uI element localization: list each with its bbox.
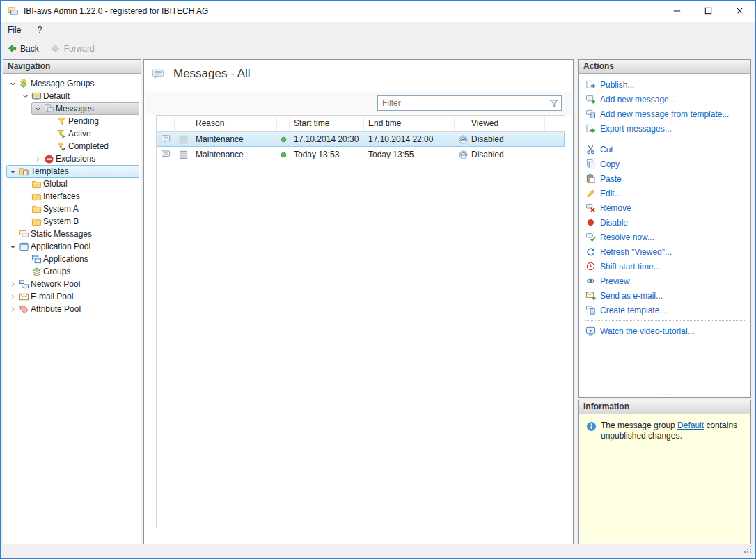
tree-item-messages[interactable]: Messages	[31, 102, 139, 115]
chevron-down-icon[interactable]	[7, 241, 18, 252]
tree-item-exclusions[interactable]: Exclusions	[31, 152, 139, 165]
column-end-time[interactable]: End time	[364, 116, 455, 131]
tree-item-system-b[interactable]: System B	[19, 215, 139, 228]
row-checkbox[interactable]	[175, 132, 191, 147]
actions-separator	[585, 139, 745, 139]
tree-item-groups[interactable]: Groups	[19, 265, 139, 278]
forward-icon	[50, 43, 61, 54]
column-viewed[interactable]: Viewed	[455, 116, 545, 131]
information-message: The message group Default contains unpub…	[601, 420, 743, 441]
action-resolve-now[interactable]: Resolve now...	[579, 230, 750, 244]
tree-item-label: Templates	[29, 166, 69, 176]
message-row[interactable]: Maintenance17.10.2014 20:3017.10.2014 22…	[157, 132, 565, 147]
tree-item-default[interactable]: Default	[19, 90, 139, 102]
tree-item-label: Applications	[42, 254, 88, 264]
chevron-right-icon[interactable]	[7, 304, 18, 315]
clock-icon	[585, 261, 596, 272]
action-disable[interactable]: Disable	[579, 215, 750, 230]
paste-icon	[585, 173, 596, 184]
app-icon	[7, 6, 18, 17]
tree-item-active[interactable]: Active	[44, 127, 139, 140]
minimize-button[interactable]	[661, 1, 693, 21]
maximize-button[interactable]	[693, 1, 724, 21]
tree-item-applications[interactable]: Applications	[19, 253, 139, 265]
action-export-messages[interactable]: Export messages...	[579, 121, 750, 136]
tree-item-label: Exclusions	[54, 154, 95, 164]
menu-file[interactable]: File	[1, 22, 28, 39]
arrow-spacer	[19, 266, 31, 277]
default-group-link[interactable]: Default	[677, 420, 704, 430]
filler-cell	[545, 132, 565, 147]
tree-item-static-messages[interactable]: Static Messages	[6, 228, 139, 240]
chevron-down-icon[interactable]	[7, 78, 18, 89]
close-button[interactable]	[724, 1, 755, 21]
menu-help[interactable]: ?	[31, 22, 49, 39]
action-add-new-message-from-template[interactable]: Add new message from template...	[579, 107, 750, 121]
static-msg-icon	[18, 228, 29, 239]
arrow-spacer	[45, 116, 56, 127]
resize-grip[interactable]	[742, 544, 753, 556]
folder-template-icon	[18, 166, 29, 177]
back-button[interactable]: Back	[3, 42, 45, 56]
tree-item-attribute-pool[interactable]: Attribute Pool	[6, 303, 139, 315]
status-cell	[277, 147, 290, 162]
tree-item-label: Interfaces	[42, 191, 80, 201]
action-copy[interactable]: Copy	[579, 157, 750, 171]
column-checkbox[interactable]	[175, 116, 191, 131]
funnel-done-icon	[56, 141, 67, 152]
action-send-as-email[interactable]: Send as e-mail...	[579, 288, 750, 303]
tree-item-message-groups[interactable]: Message Groups	[6, 77, 139, 90]
action-remove[interactable]: Remove	[579, 200, 750, 215]
action-cut[interactable]: Cut	[579, 142, 750, 157]
message-cell	[157, 132, 175, 147]
action-create-template[interactable]: Create template...	[579, 303, 750, 317]
row-checkbox[interactable]	[175, 147, 191, 162]
msg-row-icon	[160, 149, 171, 160]
column-reason[interactable]: Reason	[191, 116, 277, 131]
eye-icon	[585, 276, 596, 287]
action-label: Watch the video-tutorial...	[600, 326, 695, 336]
chevron-down-icon[interactable]	[7, 166, 18, 177]
chevron-down-icon[interactable]	[19, 90, 31, 102]
filler-cell	[545, 147, 565, 162]
tree-item-email-pool[interactable]: E-mail Pool	[6, 290, 139, 303]
start-time-cell: Today 13:53	[290, 147, 364, 162]
chevron-right-icon[interactable]	[7, 278, 18, 290]
action-publish[interactable]: Publish...	[579, 77, 750, 92]
tree-item-global[interactable]: Global	[19, 178, 139, 190]
tree-item-templates[interactable]: Templates	[6, 165, 139, 178]
viewed-disabled-icon	[457, 134, 468, 145]
tree-item-application-pool[interactable]: Application Pool	[6, 240, 139, 253]
tree-item-system-a[interactable]: System A	[19, 203, 139, 215]
forward-button[interactable]: Forward	[47, 42, 100, 56]
action-watch-video-tutorial[interactable]: Watch the video-tutorial...	[579, 324, 750, 338]
publish-icon	[585, 79, 596, 90]
action-paste[interactable]: Paste	[579, 171, 750, 186]
tree-item-label: Global	[42, 179, 68, 189]
tree-item-network-pool[interactable]: Network Pool	[6, 278, 139, 290]
column-start-time[interactable]: Start time	[290, 116, 364, 131]
column-status[interactable]	[277, 116, 290, 131]
column-message-icon[interactable]	[157, 116, 175, 131]
tree-item-label: Attribute Pool	[29, 304, 81, 314]
action-label: Cut	[600, 145, 613, 155]
chevron-right-icon[interactable]	[32, 153, 43, 164]
filter-input[interactable]	[377, 95, 562, 111]
action-preview[interactable]: Preview	[579, 274, 750, 288]
tree-item-interfaces[interactable]: Interfaces	[19, 190, 139, 203]
add-message-icon	[585, 94, 596, 105]
arrow-spacer	[19, 191, 31, 202]
chevron-down-icon[interactable]	[32, 103, 43, 114]
video-icon	[585, 326, 596, 337]
action-shift-start-time[interactable]: Shift start time...	[579, 259, 750, 274]
actions-overflow-indicator[interactable]: ...	[579, 389, 750, 397]
chevron-right-icon[interactable]	[7, 291, 18, 302]
tree-item-completed[interactable]: Completed	[44, 140, 139, 152]
action-add-new-message[interactable]: Add new message...	[579, 92, 750, 107]
action-refresh-viewed[interactable]: Refresh "Viewed"...	[579, 244, 750, 259]
action-edit[interactable]: Edit...	[579, 186, 750, 200]
tree-item-pending[interactable]: Pending	[44, 115, 139, 127]
filter-funnel-icon[interactable]	[548, 97, 559, 109]
message-row[interactable]: MaintenanceToday 13:53Today 13:55Disable…	[157, 147, 565, 162]
arrow-spacer	[45, 128, 56, 139]
